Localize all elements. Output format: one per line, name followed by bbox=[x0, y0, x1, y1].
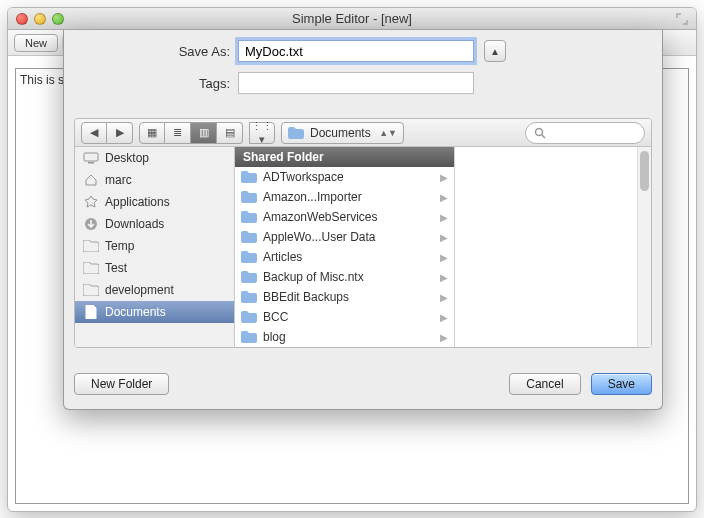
sidebar-item-desktop[interactable]: Desktop bbox=[75, 147, 234, 169]
folder-icon bbox=[241, 251, 257, 263]
sidebar-item-test[interactable]: Test bbox=[75, 257, 234, 279]
folder-row[interactable]: AppleWo...User Data▶ bbox=[235, 227, 454, 247]
desktop-icon bbox=[83, 150, 99, 166]
sidebar-item-applications[interactable]: Applications bbox=[75, 191, 234, 213]
expand-toggle-button[interactable]: ▲ bbox=[484, 40, 506, 62]
column-header: Shared Folder bbox=[235, 147, 454, 167]
folder-icon bbox=[83, 282, 99, 298]
save-button[interactable]: Save bbox=[591, 373, 652, 395]
tags-label: Tags: bbox=[78, 76, 238, 91]
chevron-right-icon: ▶ bbox=[440, 232, 448, 243]
scroll-thumb[interactable] bbox=[640, 151, 649, 191]
save-as-label: Save As: bbox=[78, 44, 238, 59]
folder-name: Backup of Misc.ntx bbox=[263, 270, 364, 284]
arrange-icon: ⋮⋮ ▾ bbox=[250, 120, 274, 146]
sidebar-item-documents[interactable]: Documents bbox=[75, 301, 234, 323]
location-label: Documents bbox=[310, 126, 371, 140]
folder-name: AmazonWebServices bbox=[263, 210, 378, 224]
sidebar-item-label: Test bbox=[105, 261, 127, 275]
sidebar-item-downloads[interactable]: Downloads bbox=[75, 213, 234, 235]
folder-row[interactable]: Backup of Misc.ntx▶ bbox=[235, 267, 454, 287]
folder-icon bbox=[241, 291, 257, 303]
sidebar-item-label: Documents bbox=[105, 305, 166, 319]
grid-icon: ▦ bbox=[147, 126, 157, 139]
folder-name: AppleWo...User Data bbox=[263, 230, 376, 244]
file-browser: ◀ ▶ ▦ ≣ ▥ ▤ ⋮⋮ ▾ Docum bbox=[74, 118, 652, 348]
filename-input[interactable] bbox=[238, 40, 474, 62]
search-icon bbox=[534, 127, 546, 139]
columns-icon: ▥ bbox=[199, 126, 209, 139]
chevron-right-icon: ▶ bbox=[440, 192, 448, 203]
view-segment: ▦ ≣ ▥ ▤ bbox=[139, 122, 243, 144]
list-view-button[interactable]: ≣ bbox=[165, 122, 191, 144]
preview-column bbox=[455, 147, 637, 347]
sidebar-item-label: marc bbox=[105, 173, 132, 187]
folder-icon bbox=[241, 311, 257, 323]
folder-icon bbox=[241, 191, 257, 203]
folder-icon bbox=[241, 231, 257, 243]
svg-line-1 bbox=[542, 135, 545, 138]
sidebar-item-label: Desktop bbox=[105, 151, 149, 165]
icon-view-button[interactable]: ▦ bbox=[139, 122, 165, 144]
home-icon bbox=[83, 172, 99, 188]
svg-rect-3 bbox=[88, 162, 94, 164]
chevron-right-icon: ▶ bbox=[440, 312, 448, 323]
documents-icon bbox=[83, 304, 99, 320]
downloads-icon bbox=[83, 216, 99, 232]
coverflow-view-button[interactable]: ▤ bbox=[217, 122, 243, 144]
folder-icon bbox=[288, 127, 304, 139]
folder-row[interactable]: ADTworkspace▶ bbox=[235, 167, 454, 187]
forward-button[interactable]: ▶ bbox=[107, 122, 133, 144]
chevron-right-icon: ▶ bbox=[440, 252, 448, 263]
fullscreen-icon[interactable] bbox=[676, 13, 688, 25]
folder-icon bbox=[241, 271, 257, 283]
chevron-right-icon: ▶ bbox=[440, 292, 448, 303]
chevron-up-icon: ▲ bbox=[490, 46, 500, 57]
window-title: Simple Editor - [new] bbox=[8, 11, 696, 26]
folder-row[interactable]: BCC▶ bbox=[235, 307, 454, 327]
sidebar-item-home[interactable]: marc bbox=[75, 169, 234, 191]
folder-name: ADTworkspace bbox=[263, 170, 344, 184]
folder-icon bbox=[241, 331, 257, 343]
browser-toolbar: ◀ ▶ ▦ ≣ ▥ ▤ ⋮⋮ ▾ Docum bbox=[75, 119, 651, 147]
sidebar-item-label: Downloads bbox=[105, 217, 164, 231]
new-button[interactable]: New bbox=[14, 34, 58, 52]
folder-icon bbox=[83, 260, 99, 276]
list-icon: ≣ bbox=[173, 126, 182, 139]
location-popup[interactable]: Documents ▲▼ bbox=[281, 122, 404, 144]
sidebar-item-label: Applications bbox=[105, 195, 170, 209]
folder-icon bbox=[241, 171, 257, 183]
folder-row[interactable]: AmazonWebServices▶ bbox=[235, 207, 454, 227]
arrange-button[interactable]: ⋮⋮ ▾ bbox=[249, 122, 275, 144]
sidebar-item-temp[interactable]: Temp bbox=[75, 235, 234, 257]
folder-name: BBEdit Backups bbox=[263, 290, 349, 304]
folder-row[interactable]: BBEdit Backups▶ bbox=[235, 287, 454, 307]
app-window: Simple Editor - [new] New Open... Save S… bbox=[7, 7, 697, 512]
titlebar: Simple Editor - [new] bbox=[8, 8, 696, 30]
chevron-left-icon: ◀ bbox=[90, 126, 98, 139]
chevron-right-icon: ▶ bbox=[440, 272, 448, 283]
tags-input[interactable] bbox=[238, 72, 474, 94]
vertical-scrollbar[interactable] bbox=[637, 147, 651, 347]
save-sheet: Save As: ▲ Tags: ◀ ▶ ▦ ≣ ▥ ▤ bbox=[63, 30, 663, 410]
new-folder-button[interactable]: New Folder bbox=[74, 373, 169, 395]
coverflow-icon: ▤ bbox=[225, 126, 235, 139]
nav-segment: ◀ ▶ bbox=[81, 122, 133, 144]
folder-icon bbox=[241, 211, 257, 223]
back-button[interactable]: ◀ bbox=[81, 122, 107, 144]
column-view-button[interactable]: ▥ bbox=[191, 122, 217, 144]
folder-row[interactable]: Articles▶ bbox=[235, 247, 454, 267]
folder-row[interactable]: blog▶ bbox=[235, 327, 454, 347]
sidebar-item-label: development bbox=[105, 283, 174, 297]
chevron-right-icon: ▶ bbox=[116, 126, 124, 139]
cancel-button[interactable]: Cancel bbox=[509, 373, 580, 395]
folder-name: Amazon...Importer bbox=[263, 190, 362, 204]
sidebar-item-development[interactable]: development bbox=[75, 279, 234, 301]
search-field[interactable] bbox=[525, 122, 645, 144]
svg-point-0 bbox=[536, 128, 543, 135]
arrange-segment: ⋮⋮ ▾ bbox=[249, 122, 275, 144]
folder-name: BCC bbox=[263, 310, 288, 324]
folder-row[interactable]: Amazon...Importer▶ bbox=[235, 187, 454, 207]
folder-name: Articles bbox=[263, 250, 302, 264]
folder-name: blog bbox=[263, 330, 286, 344]
